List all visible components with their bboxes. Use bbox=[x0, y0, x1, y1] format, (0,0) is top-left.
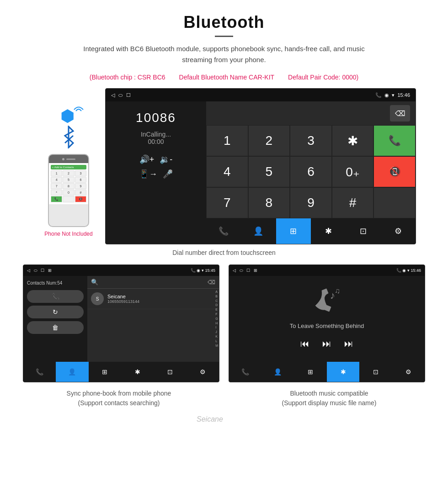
ms-bottom-contacts[interactable]: 👤 bbox=[261, 362, 294, 382]
bottom-captions: Sync phone-book from mobile phone (Suppo… bbox=[0, 389, 448, 408]
next-frame-button[interactable]: ⏭ bbox=[322, 338, 331, 349]
incalling-label: InCalling... bbox=[113, 131, 199, 138]
red-call-button[interactable]: 📵 bbox=[373, 156, 416, 187]
phone-key-0: 0 bbox=[63, 190, 74, 196]
dial-left-panel: 10086 InCalling... 00:00 🔊+ 🔉- 📱→ 🎤 bbox=[106, 101, 206, 244]
backspace-button[interactable]: ⌫ bbox=[390, 105, 410, 122]
cs-bottom-contacts[interactable]: 👤 bbox=[56, 362, 88, 382]
phone-key-1: 1 bbox=[51, 170, 62, 176]
status-bar-right: 📞 ◉ ▾ 15:46 bbox=[375, 92, 410, 98]
contacts-bottom-bar: 📞 👤 ⊞ ✱ ⊡ ⚙ bbox=[23, 362, 219, 382]
music-caption-line2: (Support display music file name) bbox=[282, 399, 377, 407]
dial-bottom-call[interactable]: 📞 bbox=[206, 218, 241, 244]
phone-not-included: Phone Not Included bbox=[44, 231, 92, 237]
cs-bottom-settings[interactable]: ⚙ bbox=[187, 362, 219, 382]
ms-bottom-settings[interactable]: ⚙ bbox=[392, 362, 425, 382]
search-backspace-icon[interactable]: ⌫ bbox=[208, 279, 215, 286]
music-bottom-bar: 📞 👤 ⊞ ✱ ⊡ ⚙ bbox=[229, 362, 425, 382]
chip-info: (Bluetooth chip : CSR BC6 bbox=[90, 74, 165, 81]
svg-text:Seicane: Seicane bbox=[197, 415, 223, 423]
contact-name: Seicane bbox=[107, 294, 139, 299]
dial-bottom-settings[interactable]: ⚙ bbox=[381, 218, 416, 244]
small-phone-screen: + Add to Contacts 1 2 3 4 5 6 7 8 9 * 0 … bbox=[49, 163, 88, 204]
dial-bottom-bluetooth[interactable]: ✱ bbox=[311, 218, 346, 244]
phone-key-hash: # bbox=[75, 190, 86, 196]
key-8[interactable]: 8 bbox=[248, 187, 290, 218]
key-empty bbox=[373, 187, 416, 218]
key-5[interactable]: 5 bbox=[248, 156, 290, 187]
next-track-button[interactable]: ⏭ bbox=[344, 338, 353, 349]
cs-bottom-call[interactable]: 📞 bbox=[23, 362, 56, 382]
dial-bottom-keypad[interactable]: ⊞ bbox=[276, 218, 311, 244]
key-1[interactable]: 1 bbox=[206, 125, 248, 156]
search-input[interactable] bbox=[100, 279, 208, 286]
key-7[interactable]: 7 bbox=[206, 187, 248, 218]
contacts-screen: ◁ ⬭ ☐ ⊞ 📞 ◉ ▾ 15:45 Contacts Num:54 📞 ↻ … bbox=[23, 264, 219, 382]
phone-speaker bbox=[62, 158, 64, 160]
page-header: Bluetooth Integrated with BC6 Bluetooth … bbox=[0, 0, 448, 74]
key-3[interactable]: 3 bbox=[290, 125, 332, 156]
contact-list-item[interactable]: S Seicane 10655059113144 bbox=[87, 289, 219, 309]
header-description: Integrated with BC6 Bluetooth module, su… bbox=[82, 43, 366, 65]
key-star[interactable]: ✱ bbox=[332, 125, 374, 156]
green-call-button[interactable]: 📞 bbox=[373, 125, 416, 156]
small-phone: + Add to Contacts 1 2 3 4 5 6 7 8 9 * 0 … bbox=[48, 154, 89, 227]
key-9[interactable]: 9 bbox=[290, 187, 332, 218]
dial-bottom-contacts[interactable]: 👤 bbox=[241, 218, 276, 244]
dial-bottom-transfer[interactable]: ⊡ bbox=[346, 218, 380, 244]
phone-add-contacts: + Add to Contacts bbox=[51, 165, 86, 169]
dial-caption: Dial number direct from touchscreen bbox=[0, 249, 448, 256]
prev-track-button[interactable]: ⏮ bbox=[300, 338, 309, 349]
phone-camera bbox=[66, 159, 75, 160]
dial-controls: 🔊+ 🔉- 📱→ 🎤 bbox=[113, 154, 199, 179]
bluetooth-symbol-icon bbox=[60, 126, 77, 148]
phone-key-9: 9 bbox=[75, 183, 86, 189]
svg-text:♫: ♫ bbox=[335, 287, 340, 295]
call-button[interactable]: 📞 bbox=[27, 290, 84, 303]
contacts-right-panel: 🔍 ⌫ S Seicane 10655059113144 A B C D bbox=[87, 276, 219, 362]
location-icon: ◉ bbox=[384, 92, 389, 98]
music-screen: ◁ ⬭ ☐ ⊞ 📞 ◉ ▾ 15:46 ♪ ♫ To Leave Somethi… bbox=[229, 264, 425, 382]
music-caption: Bluetooth music compatible (Support disp… bbox=[233, 389, 425, 408]
ms-bottom-bluetooth[interactable]: ✱ bbox=[327, 362, 359, 382]
transfer-icon[interactable]: 📱→ bbox=[139, 169, 157, 179]
bluetooth-info: (Bluetooth chip : CSR BC6 Default Blueto… bbox=[0, 74, 448, 81]
time-display: 15:46 bbox=[397, 92, 410, 98]
cs-bottom-keypad[interactable]: ⊞ bbox=[89, 362, 121, 382]
key-4[interactable]: 4 bbox=[206, 156, 248, 187]
phone-key-3: 3 bbox=[75, 170, 86, 176]
cs-bottom-transfer[interactable]: ⊡ bbox=[154, 362, 186, 382]
android-dial-screen: ◁ ⬭ ☐ 📞 ◉ ▾ 15:46 10086 InCalling... 00:… bbox=[105, 88, 416, 244]
dial-number-display: 10086 bbox=[113, 111, 199, 125]
call-timer: 00:00 bbox=[113, 138, 199, 145]
volume-down-icon[interactable]: 🔉- bbox=[160, 154, 172, 164]
music-status-bar: ◁ ⬭ ☐ ⊞ 📞 ◉ ▾ 15:46 bbox=[229, 265, 425, 276]
mute-icon[interactable]: 🎤 bbox=[163, 169, 173, 179]
phone-keypad: 1 2 3 4 5 6 7 8 9 * 0 # 📞 📵 bbox=[51, 170, 86, 202]
wifi-waves-icon bbox=[72, 105, 85, 120]
phone-key-8: 8 bbox=[63, 183, 74, 189]
default-pair: Default Pair Code: 0000) bbox=[288, 74, 358, 81]
key-2[interactable]: 2 bbox=[248, 125, 290, 156]
refresh-button[interactable]: ↻ bbox=[27, 306, 84, 318]
music-controls: ⏮ ⏭ ⏭ bbox=[300, 338, 353, 349]
extra-controls-row: 📱→ 🎤 bbox=[113, 169, 199, 179]
cs-status-left: ◁ ⬭ ☐ ⊞ bbox=[27, 268, 52, 273]
ms-bottom-keypad[interactable]: ⊞ bbox=[294, 362, 327, 382]
cs-status-right: 📞 ◉ ▾ 15:45 bbox=[191, 268, 215, 273]
delete-button[interactable]: 🗑 bbox=[27, 321, 84, 334]
bottom-screenshots: ◁ ⬭ ☐ ⊞ 📞 ◉ ▾ 15:45 Contacts Num:54 📞 ↻ … bbox=[0, 264, 448, 382]
back-icon: ◁ bbox=[111, 92, 115, 98]
ms-bottom-call[interactable]: 📞 bbox=[229, 362, 261, 382]
key-6[interactable]: 6 bbox=[290, 156, 332, 187]
volume-up-icon[interactable]: 🔊+ bbox=[139, 154, 155, 164]
seicane-logo: Seicane bbox=[197, 414, 251, 424]
ms-status-right: 📞 ◉ ▾ 15:46 bbox=[396, 268, 421, 273]
ms-bottom-transfer[interactable]: ⊡ bbox=[359, 362, 392, 382]
volume-controls-row: 🔊+ 🔉- bbox=[113, 154, 199, 164]
dial-status-bar: ◁ ⬭ ☐ 📞 ◉ ▾ 15:46 bbox=[106, 89, 416, 101]
key-0plus[interactable]: 0₊ bbox=[332, 156, 374, 187]
key-hash[interactable]: # bbox=[332, 187, 374, 218]
contacts-num: Contacts Num:54 bbox=[27, 280, 84, 286]
cs-bottom-bluetooth[interactable]: ✱ bbox=[121, 362, 154, 382]
